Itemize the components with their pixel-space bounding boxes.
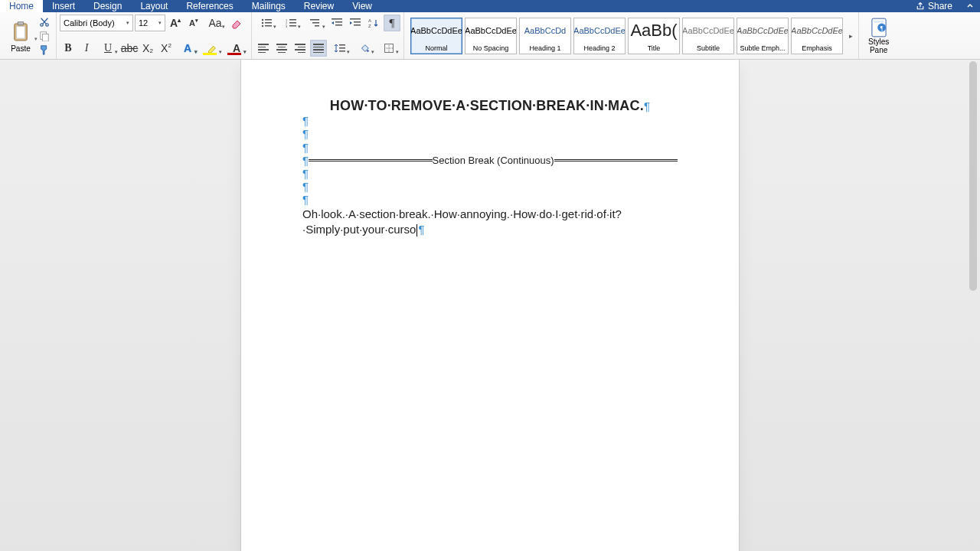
svg-rect-22: [332, 18, 342, 20]
svg-rect-10: [265, 22, 272, 24]
outdent-icon: [332, 18, 342, 28]
styles-gallery-next[interactable]: ▸: [846, 15, 855, 57]
chevron-down-icon: ▾: [34, 36, 38, 42]
svg-rect-31: [339, 47, 345, 49]
underline-button[interactable]: U▾: [96, 40, 119, 57]
format-painter-button[interactable]: [39, 44, 50, 55]
align-left-button[interactable]: [255, 40, 272, 57]
style-preview: AaBbCcDdEe: [683, 18, 733, 43]
chevron-down-icon: ▾: [115, 49, 118, 55]
paste-button[interactable]: ▾ Paste: [5, 15, 36, 57]
chevron-down-icon: ▾: [298, 24, 301, 30]
increase-font-button[interactable]: A▴: [167, 15, 184, 31]
justify-button[interactable]: [310, 40, 327, 57]
tab-home[interactable]: Home: [0, 0, 43, 12]
shading-button[interactable]: ▾: [353, 40, 376, 57]
style-title[interactable]: AaBb(Title: [628, 18, 680, 54]
italic-button[interactable]: I: [78, 40, 95, 57]
scissors-icon: [39, 17, 50, 28]
decrease-indent-button[interactable]: [328, 15, 345, 31]
tab-design[interactable]: Design: [84, 0, 131, 12]
section-break[interactable]: Section Break (Continuous): [309, 155, 678, 166]
cut-button[interactable]: [39, 17, 50, 28]
style-subtle-emph[interactable]: AaBbCcDdEeSubtle Emph...: [737, 18, 789, 54]
chevron-down-icon: ▾: [347, 49, 350, 55]
multilevel-icon: [310, 18, 321, 28]
tab-view[interactable]: View: [343, 0, 381, 12]
svg-rect-30: [339, 44, 345, 46]
paste-label: Paste: [11, 44, 31, 53]
scrollbar-thumb[interactable]: [969, 61, 977, 291]
tab-review[interactable]: Review: [295, 0, 343, 12]
svg-rect-23: [335, 21, 342, 23]
menu-bar: HomeInsertDesignLayoutReferencesMailings…: [0, 0, 980, 12]
pilcrow-icon: ¶: [302, 141, 678, 154]
sort-button[interactable]: AZ: [365, 15, 382, 31]
multilevel-list-button[interactable]: ▾: [304, 15, 327, 31]
change-case-button[interactable]: Aa▾: [204, 15, 227, 31]
pilcrow-icon: ¶: [302, 193, 678, 206]
align-center-button[interactable]: [273, 40, 290, 57]
subscript-button[interactable]: X2: [139, 40, 156, 57]
svg-rect-2: [17, 26, 25, 38]
bullets-icon: [261, 18, 272, 28]
tab-references[interactable]: References: [177, 0, 242, 12]
align-right-icon: [295, 44, 305, 53]
style-preview: AaBbCcDdEe: [574, 18, 625, 43]
style-normal[interactable]: AaBbCcDdEeNormal: [410, 18, 462, 54]
document-title[interactable]: HOW·TO·REMOVE·A·SECTION·BREAK·IN·MAC.¶: [302, 98, 678, 114]
section-break-label: Section Break (Continuous): [433, 155, 554, 166]
line-spacing-button[interactable]: ▾: [328, 40, 351, 57]
text-effects-button[interactable]: A▾: [176, 40, 199, 57]
svg-rect-6: [42, 34, 48, 41]
font-size-dropdown[interactable]: 12 ▾: [135, 15, 165, 31]
tab-layout[interactable]: Layout: [131, 0, 177, 12]
bold-button[interactable]: B: [60, 40, 77, 57]
body-text-line[interactable]: Oh·look.·A·section·break.·How·annoying.·…: [302, 207, 678, 238]
svg-point-11: [262, 25, 263, 27]
strikethrough-button[interactable]: abc: [121, 40, 138, 57]
vertical-scrollbar[interactable]: [968, 61, 978, 548]
number-list-button[interactable]: 123 ▾: [279, 15, 302, 31]
align-right-button[interactable]: [292, 40, 309, 57]
font-color-button[interactable]: A ▾: [225, 40, 248, 57]
decrease-font-button[interactable]: A▾: [185, 15, 202, 31]
font-name-dropdown[interactable]: Calibri (Body) ▾: [60, 15, 133, 31]
svg-rect-18: [289, 25, 296, 27]
highlighter-icon: [207, 43, 217, 54]
group-font: Calibri (Body) ▾ 12 ▾ A▴ A▾ Aa▾ B I U▾ a…: [57, 12, 252, 59]
style-preview: AaBbCcDdEe: [792, 18, 842, 43]
show-formatting-button[interactable]: ¶: [384, 15, 400, 31]
share-button[interactable]: Share: [908, 0, 960, 12]
svg-rect-36: [874, 20, 884, 22]
style-no-spacing[interactable]: AaBbCcDdEeNo Spacing: [465, 18, 517, 54]
highlight-color-button[interactable]: ▾: [201, 40, 224, 57]
increase-indent-button[interactable]: [347, 15, 364, 31]
tab-insert[interactable]: Insert: [43, 0, 84, 12]
clear-formatting-button[interactable]: [228, 15, 245, 31]
style-name: Normal: [411, 43, 462, 54]
chevron-down-icon: ▾: [371, 49, 374, 55]
collapse-ribbon[interactable]: [960, 0, 980, 12]
document-page[interactable]: HOW·TO·REMOVE·A·SECTION·BREAK·IN·MAC.¶ ¶…: [241, 60, 739, 551]
pilcrow-icon: ¶: [302, 167, 678, 180]
svg-rect-20: [312, 22, 319, 24]
style-heading-2[interactable]: AaBbCcDdEeHeading 2: [573, 18, 626, 54]
borders-button[interactable]: ▾: [377, 40, 400, 57]
style-preview: AaBbCcDdEe: [737, 18, 788, 43]
style-subtitle[interactable]: AaBbCcDdEeSubtitle: [682, 18, 734, 54]
style-preview: AaBbCcDdEe: [466, 18, 516, 43]
style-emphasis[interactable]: AaBbCcDdEeEmphasis: [791, 18, 843, 54]
bullet-list-button[interactable]: ▾: [255, 15, 278, 31]
styles-pane-icon: ¶: [871, 18, 887, 37]
superscript-button[interactable]: X2: [158, 40, 175, 57]
pilcrow-icon: ¶: [302, 180, 678, 193]
borders-icon: [384, 44, 394, 53]
svg-rect-26: [354, 21, 361, 23]
copy-button[interactable]: [39, 31, 50, 41]
copy-icon: [39, 31, 50, 41]
tab-mailings[interactable]: Mailings: [243, 0, 295, 12]
document-area[interactable]: HOW·TO·REMOVE·A·SECTION·BREAK·IN·MAC.¶ ¶…: [0, 60, 980, 551]
styles-pane-button[interactable]: ¶ StylesPane: [862, 15, 895, 57]
style-heading-1[interactable]: AaBbCcDdHeading 1: [519, 18, 571, 54]
